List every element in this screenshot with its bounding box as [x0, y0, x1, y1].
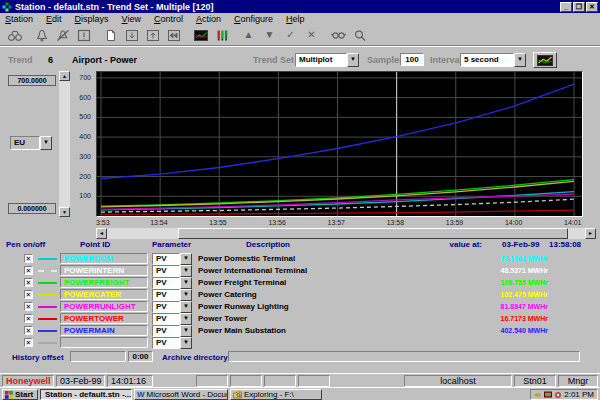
page-down-icon[interactable] [121, 27, 142, 44]
accept-icon[interactable]: ✓ [280, 27, 301, 44]
menu-configure[interactable]: Configure [234, 14, 273, 24]
parameter-select[interactable]: PV▼ [152, 313, 192, 325]
pen-checkbox[interactable]: ✕ [24, 254, 33, 263]
point-id-field[interactable]: POWERRUNLIGHT [60, 301, 148, 312]
trend-display-icon[interactable] [190, 27, 211, 44]
page-icon[interactable] [100, 27, 121, 44]
chevron-down-icon[interactable]: ▼ [347, 53, 359, 67]
parameter-select[interactable]: PV▼ [152, 253, 192, 265]
scroll-left-icon[interactable]: ◄ [96, 228, 107, 239]
pen-checkbox[interactable]: ✕ [24, 326, 33, 335]
trend-options-button[interactable] [533, 52, 557, 68]
point-id-field[interactable] [60, 337, 148, 348]
pen-checkbox[interactable]: ✕ [24, 338, 33, 347]
history-offset-input[interactable] [70, 351, 126, 362]
raise-icon[interactable]: ▲ [238, 27, 259, 44]
history-offset-row: History offset 0:00 Archive directory [0, 350, 600, 363]
pen-checkbox[interactable]: ✕ [24, 266, 33, 275]
archive-directory-input[interactable] [228, 351, 580, 362]
menu-action[interactable]: Action [196, 14, 221, 24]
status-station: Stn01 [514, 375, 556, 387]
status-bar: Honeywell 03-Feb-99 14:01:16 localhost S… [0, 373, 600, 387]
zoom-icon[interactable] [349, 27, 370, 44]
cancel-icon[interactable]: ✕ [301, 27, 322, 44]
menu-control[interactable]: Control [154, 14, 183, 24]
menu-displays[interactable]: Displays [75, 14, 109, 24]
taskbar-clock[interactable]: 2:01 PM [564, 390, 594, 399]
point-id-field[interactable]: POWERMAIN [60, 325, 148, 336]
chevron-down-icon[interactable]: ▼ [180, 313, 192, 325]
window-titlebar[interactable]: Station - default.stn - Trend Set - Mult… [0, 0, 600, 13]
scroll-right-icon[interactable]: ► [585, 228, 596, 239]
pen-checkbox[interactable]: ✕ [24, 278, 33, 287]
point-id-field[interactable]: POWERDOM [60, 253, 148, 264]
task-explorer[interactable]: Exploring - F:\ [230, 389, 322, 400]
point-id-field[interactable]: POWERCATER [60, 289, 148, 300]
alarm-enable-icon[interactable] [73, 27, 94, 44]
page-up-icon[interactable] [142, 27, 163, 44]
parameter-select[interactable]: PV▼ [152, 325, 192, 337]
chevron-down-icon[interactable]: ▼ [514, 53, 526, 67]
chevron-down-icon[interactable]: ▼ [180, 337, 192, 349]
chevron-down-icon[interactable]: ▼ [180, 289, 192, 301]
x-tick-label: 14:01 [564, 219, 582, 226]
pen-checkbox[interactable]: ✕ [24, 302, 33, 311]
history-offset-value[interactable]: 0:00 [128, 351, 153, 362]
minimize-button[interactable]: _ [560, 2, 572, 12]
pen-value: 16.7173 MWHr [430, 313, 548, 324]
task-station[interactable]: Station - default.stn -... [40, 389, 132, 400]
parameter-select[interactable]: PV▼ [152, 265, 192, 277]
menu-station[interactable]: Station [5, 14, 33, 24]
pen-checkbox[interactable]: ✕ [24, 314, 33, 323]
axis-max-value[interactable]: 700.0000 [8, 75, 56, 86]
interval-select[interactable]: 5 second ▼ [460, 53, 526, 67]
y-tick-label: 100 [79, 192, 91, 199]
alarm-ack-icon[interactable] [52, 27, 73, 44]
chevron-down-icon[interactable]: ▼ [180, 301, 192, 313]
volume-icon[interactable] [534, 391, 542, 399]
parameter-select[interactable]: PV▼ [152, 289, 192, 301]
station-app-icon [2, 2, 12, 12]
menu-edit[interactable]: Edit [46, 14, 62, 24]
scrollbar-thumb[interactable] [178, 228, 568, 239]
legend-header-date: 03-Feb-99 [502, 240, 539, 249]
operator-view-icon[interactable] [328, 27, 349, 44]
pen-checkbox[interactable]: ✕ [24, 290, 33, 299]
parameter-select[interactable]: PV▼ [152, 301, 192, 313]
parameter-select[interactable]: PV▼ [152, 337, 192, 349]
samples-input[interactable]: 100 [400, 53, 424, 66]
pen-line-sample [38, 306, 57, 308]
trend-plot[interactable] [96, 71, 583, 217]
trend-set-select[interactable]: Multiplot ▼ [295, 53, 359, 67]
chevron-down-icon[interactable]: ▼ [40, 136, 52, 150]
point-id-field[interactable]: POWERINTERN [60, 265, 148, 276]
horizontal-scrollbar[interactable]: ◄ ► [96, 228, 596, 239]
axis-min-value[interactable]: 0.000000 [8, 203, 56, 214]
find-station-icon[interactable] [4, 27, 25, 44]
archive-directory-label[interactable]: Archive directory [162, 353, 228, 362]
start-button[interactable]: Start [2, 389, 38, 400]
chevron-down-icon[interactable]: ▼ [180, 325, 192, 337]
lower-icon[interactable]: ▼ [259, 27, 280, 44]
point-id-field[interactable]: POWERFREIGHT [60, 277, 148, 288]
rewind-icon[interactable] [163, 27, 184, 44]
chevron-down-icon[interactable]: ▼ [180, 253, 192, 265]
pens-icon[interactable] [211, 27, 232, 44]
eu-value: EU [10, 136, 40, 150]
menu-view[interactable]: View [122, 14, 141, 24]
eu-select[interactable]: EU ▼ [10, 136, 52, 150]
task-word[interactable]: W Microsoft Word - Document1 [134, 389, 228, 400]
close-button[interactable]: ✕ [586, 2, 598, 12]
station-tray-icon[interactable] [554, 391, 562, 399]
menu-help[interactable]: Help [286, 14, 305, 24]
parameter-value: PV [152, 277, 180, 289]
chevron-down-icon[interactable]: ▼ [180, 277, 192, 289]
legend-header-time: 13:58:08 [549, 240, 581, 249]
trend-set-label: Trend Set [253, 55, 294, 65]
chevron-down-icon[interactable]: ▼ [180, 265, 192, 277]
display-settings-icon[interactable] [544, 391, 552, 399]
point-id-field[interactable]: POWERTOWER [60, 313, 148, 324]
alarm-bell-icon[interactable] [31, 27, 52, 44]
restore-button[interactable]: ❐ [573, 2, 585, 12]
parameter-select[interactable]: PV▼ [152, 277, 192, 289]
